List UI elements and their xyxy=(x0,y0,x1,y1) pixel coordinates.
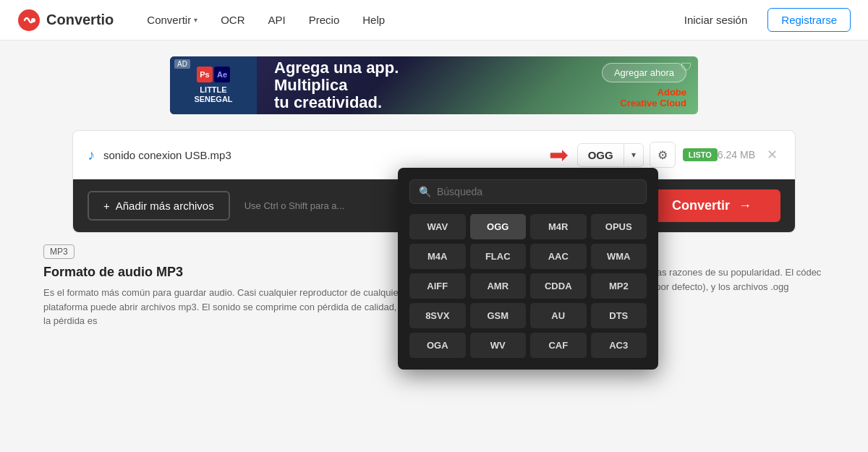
ad-headline: Agrega una app.Multiplicatu creatividad. xyxy=(274,59,584,112)
format-option-wma[interactable]: WMA xyxy=(591,244,647,269)
format-option-amr[interactable]: AMR xyxy=(470,273,527,299)
dropdown-panel: 🔍 WAVOGGM4ROPUSM4AFLACAACWMAAIFFAMRCDDAM… xyxy=(398,168,658,370)
format-chevron-icon[interactable]: ▾ xyxy=(624,145,643,165)
logo-text: Convertio xyxy=(46,12,114,28)
format-option-8svx[interactable]: 8SVX xyxy=(409,303,466,328)
format-option-flac[interactable]: FLAC xyxy=(470,244,527,269)
search-icon: 🔍 xyxy=(419,186,431,197)
chevron-down-icon: ▾ xyxy=(194,16,197,24)
main-nav: Convertir ▾ OCR API Precio Help xyxy=(137,8,675,32)
format-grid: WAVOGGM4ROPUSM4AFLACAACWMAAIFFAMRCDDAMP2… xyxy=(409,214,647,358)
format-option-dts[interactable]: DTS xyxy=(591,303,647,328)
svg-point-1 xyxy=(31,18,35,22)
nav-item-precio[interactable]: Precio xyxy=(299,8,350,32)
ad-brand-name: AdobeCreative Cloud xyxy=(620,87,686,108)
plus-icon: + xyxy=(103,200,110,212)
mp3-tag: MP3 xyxy=(43,244,75,259)
converter-section: ♪ sonido conexion USB.mp3 ➡ OGG ▾ ⚙ LIST… xyxy=(36,130,832,233)
logo-icon xyxy=(17,9,41,32)
logo[interactable]: Convertio xyxy=(17,9,114,32)
ad-shield-icon: 🛡 xyxy=(681,61,692,74)
search-input[interactable] xyxy=(437,186,637,197)
format-option-ac3[interactable]: AC3 xyxy=(591,333,647,358)
ready-badge: LISTO xyxy=(683,148,718,161)
format-option-mp2[interactable]: MP2 xyxy=(591,273,647,299)
format-option-wv[interactable]: WV xyxy=(470,333,527,358)
format-option-caf[interactable]: CAF xyxy=(530,333,587,358)
format-option-aac[interactable]: AAC xyxy=(530,244,587,269)
format-option-gsm[interactable]: GSM xyxy=(470,303,527,328)
register-button[interactable]: Registrarse xyxy=(767,8,851,32)
convert-button[interactable]: Convertir → xyxy=(643,189,780,222)
music-note-icon: ♪ xyxy=(88,147,95,163)
gear-icon: ⚙ xyxy=(658,148,668,162)
add-files-label: Añadir más archivos xyxy=(116,200,214,212)
ad-brand-title: LITTLESENEGAL xyxy=(194,85,232,104)
header: Convertio Convertir ▾ OCR API Precio Hel… xyxy=(0,0,868,40)
file-size: 6.24 MB xyxy=(718,149,755,161)
convert-label: Convertir xyxy=(672,198,730,213)
nav-item-help[interactable]: Help xyxy=(352,8,395,32)
format-value[interactable]: OGG xyxy=(578,144,624,166)
settings-button[interactable]: ⚙ xyxy=(650,142,676,168)
format-option-wav[interactable]: WAV xyxy=(409,214,466,239)
format-dropdown: 🔍 WAVOGGM4ROPUSM4AFLACAACWMAAIFFAMRCDDAM… xyxy=(354,168,658,370)
format-option-m4r[interactable]: M4R xyxy=(530,214,587,239)
format-option-oga[interactable]: OGA xyxy=(409,333,466,358)
nav-item-api[interactable]: API xyxy=(258,8,296,32)
format-option-opus[interactable]: OPUS xyxy=(591,214,647,239)
signin-button[interactable]: Iniciar sesión xyxy=(676,8,757,32)
format-option-au[interactable]: AU xyxy=(530,303,587,328)
format-option-aiff[interactable]: AIFF xyxy=(409,273,466,299)
arrow-right-icon: → xyxy=(739,198,752,213)
close-button[interactable]: ✕ xyxy=(764,144,780,166)
ad-label: AD xyxy=(174,59,190,69)
ad-cta-button[interactable]: Agregar ahora xyxy=(602,63,686,82)
format-option-m4a[interactable]: M4A xyxy=(409,244,466,269)
nav-item-convertir[interactable]: Convertir ▾ xyxy=(137,8,208,32)
arrow-indicator: ➡ xyxy=(549,141,569,169)
ad-middle: Agrega una app.Multiplicatu creatividad. xyxy=(257,59,602,112)
format-option-ogg[interactable]: OGG xyxy=(470,214,527,239)
format-selector[interactable]: OGG ▾ xyxy=(577,143,644,167)
ad-banner: AD Ps Ae LITTLESENEGAL Agrega una app.Mu… xyxy=(170,56,698,114)
nav-item-ocr[interactable]: OCR xyxy=(210,8,255,32)
header-right: Iniciar sesión Registrarse xyxy=(676,8,851,32)
add-files-button[interactable]: + Añadir más archivos xyxy=(88,191,230,221)
search-box: 🔍 xyxy=(409,179,647,204)
file-name: sonido conexion USB.mp3 xyxy=(103,149,549,161)
format-option-cdda[interactable]: CDDA xyxy=(530,273,587,299)
